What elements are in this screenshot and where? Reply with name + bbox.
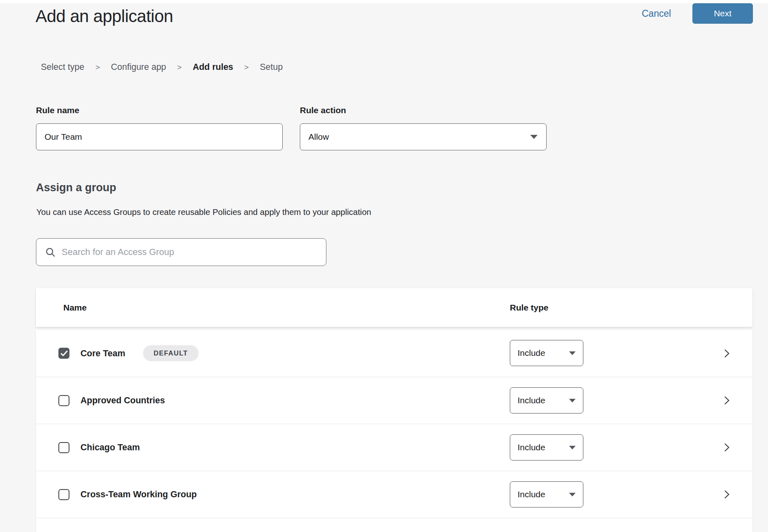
chevron-separator-icon: > bbox=[177, 63, 182, 72]
chevron-down-icon bbox=[530, 135, 538, 139]
chevron-right-icon[interactable] bbox=[721, 489, 732, 500]
assign-group-heading: Assign a group bbox=[36, 181, 116, 194]
column-header-rule-type: Rule type bbox=[510, 303, 549, 313]
step-setup[interactable]: Setup bbox=[260, 62, 283, 72]
default-badge: DEFAULT bbox=[143, 345, 199, 361]
page-title: Add an application bbox=[36, 7, 173, 26]
next-button-label: Next bbox=[714, 9, 731, 18]
chevron-separator-icon: > bbox=[244, 63, 249, 72]
add-application-page: Add an application Cancel Next Select ty… bbox=[0, 0, 768, 532]
chevron-down-icon bbox=[569, 446, 576, 449]
rule-type-value: Include bbox=[518, 396, 545, 405]
group-name: Chicago Team bbox=[80, 443, 140, 453]
row-checkbox[interactable] bbox=[58, 348, 69, 359]
check-icon bbox=[60, 350, 68, 357]
rule-type-select[interactable]: Include bbox=[510, 481, 583, 507]
rule-type-select[interactable]: Include bbox=[510, 434, 583, 460]
access-group-search bbox=[36, 238, 326, 266]
row-checkbox[interactable] bbox=[58, 489, 69, 500]
rule-action-value: Allow bbox=[308, 132, 329, 142]
chevron-right-icon[interactable] bbox=[721, 348, 732, 359]
rule-type-value: Include bbox=[518, 348, 545, 358]
chevron-right-icon[interactable] bbox=[721, 442, 732, 453]
table-row: Cross-Team Working Group Include bbox=[36, 471, 752, 518]
next-button[interactable]: Next bbox=[692, 3, 753, 24]
chevron-right-icon[interactable] bbox=[721, 395, 732, 406]
step-select-type[interactable]: Select type bbox=[41, 62, 84, 72]
row-checkbox[interactable] bbox=[58, 442, 69, 453]
rule-action-select[interactable]: Allow bbox=[300, 123, 547, 150]
top-strip bbox=[0, 0, 768, 3]
group-name: Core Team bbox=[80, 348, 125, 358]
row-checkbox[interactable] bbox=[58, 395, 69, 406]
cancel-button[interactable]: Cancel bbox=[642, 8, 671, 19]
breadcrumb: Select type > Configure app > Add rules … bbox=[41, 62, 283, 72]
group-table-body: Core Team DEFAULT Include Approved Count… bbox=[36, 330, 752, 532]
chevron-down-icon bbox=[569, 351, 576, 355]
table-row: Approved Countries Include bbox=[36, 377, 752, 424]
rule-action-label: Rule action bbox=[300, 105, 346, 115]
rule-type-value: Include bbox=[518, 490, 545, 499]
rule-name-label: Rule name bbox=[36, 105, 79, 115]
search-input[interactable] bbox=[62, 239, 319, 265]
rule-type-value: Include bbox=[518, 443, 545, 452]
group-name: Cross-Team Working Group bbox=[80, 490, 197, 500]
chevron-down-icon bbox=[569, 493, 576, 496]
group-table-header: Name Rule type bbox=[36, 288, 752, 327]
search-icon bbox=[45, 247, 56, 258]
group-name: Approved Countries bbox=[80, 396, 165, 406]
column-header-name: Name bbox=[63, 303, 87, 313]
rule-type-select[interactable]: Include bbox=[510, 387, 583, 414]
chevron-separator-icon: > bbox=[95, 63, 100, 72]
table-row-partial bbox=[36, 518, 752, 531]
step-add-rules[interactable]: Add rules bbox=[193, 62, 233, 72]
rule-type-select[interactable]: Include bbox=[510, 340, 583, 366]
assign-group-description: You can use Access Groups to create reus… bbox=[36, 207, 371, 217]
rule-name-input[interactable] bbox=[36, 123, 283, 150]
step-configure-app[interactable]: Configure app bbox=[111, 62, 166, 72]
chevron-down-icon bbox=[569, 399, 576, 402]
table-row: Core Team DEFAULT Include bbox=[36, 330, 752, 377]
table-row: Chicago Team Include bbox=[36, 424, 752, 471]
group-table-rows: Core Team DEFAULT Include Approved Count… bbox=[36, 330, 752, 518]
